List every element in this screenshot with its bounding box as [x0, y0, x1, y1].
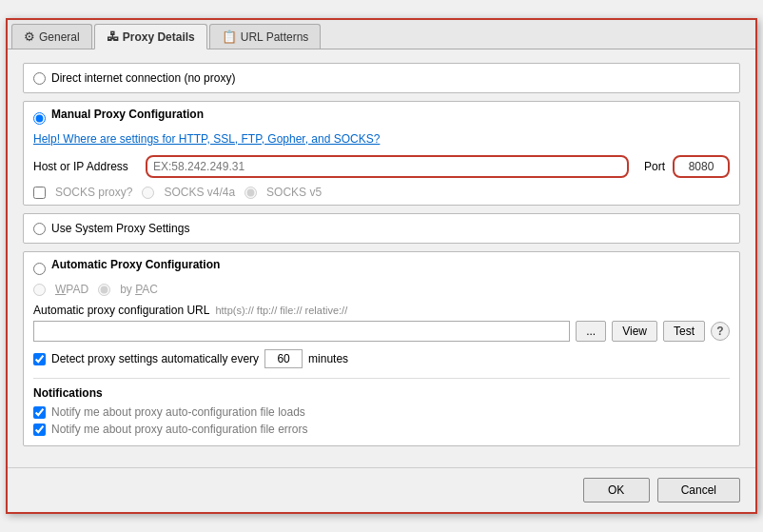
- socks-v4-label: SOCKS v4/4a: [164, 186, 235, 199]
- auto-radio[interactable]: [33, 263, 46, 275]
- notify2-checkbox[interactable]: [33, 424, 46, 436]
- test-button[interactable]: Test: [663, 321, 705, 342]
- system-section: Use System Proxy Settings: [23, 213, 740, 244]
- socks-v5-label: SOCKS v5: [266, 186, 322, 199]
- auto-radio-row: Automatic Proxy Configuration: [33, 258, 730, 279]
- url-input-row: ... View Test ?: [33, 321, 730, 342]
- detect-row: Detect proxy settings automatically ever…: [33, 349, 730, 368]
- tab-proxy-details-label: Proxy Details: [123, 30, 195, 44]
- host-port-row: Host or IP Address Port: [33, 155, 730, 178]
- socks-label: SOCKS proxy?: [55, 186, 132, 199]
- footer: OK Cancel: [8, 467, 755, 512]
- tab-general-label: General: [39, 30, 80, 44]
- url-tab-icon: 📋: [222, 30, 237, 44]
- notify2-label: Notify me about proxy auto-configuration…: [51, 423, 307, 436]
- help-link[interactable]: Help! Where are settings for HTTP, SSL, …: [33, 132, 380, 146]
- manual-radio[interactable]: [33, 112, 46, 125]
- notifications-section: Notifications Notify me about proxy auto…: [33, 378, 730, 436]
- socks-row: SOCKS proxy? SOCKS v4/4a SOCKS v5: [33, 186, 730, 199]
- by-wpad-label: WPAD: [55, 283, 88, 296]
- cancel-button[interactable]: Cancel: [657, 478, 740, 502]
- direct-section: Direct internet connection (no proxy): [23, 63, 740, 93]
- system-label: Use System Proxy Settings: [51, 222, 189, 235]
- tab-proxy-details[interactable]: 🖧 Proxy Details: [94, 24, 207, 49]
- url-hint: http(s):// ftp:// file:// relative://: [215, 305, 347, 316]
- port-input[interactable]: [673, 155, 730, 178]
- notifications-title: Notifications: [33, 386, 730, 400]
- tab-url-patterns-label: URL Patterns: [241, 30, 309, 44]
- socks-v4-radio[interactable]: [142, 187, 154, 199]
- by-wpad-radio[interactable]: [33, 284, 46, 296]
- detect-interval-input[interactable]: [264, 349, 303, 368]
- url-input[interactable]: [33, 321, 570, 342]
- direct-label: Direct internet connection (no proxy): [51, 71, 235, 85]
- url-label: Automatic proxy configuration URL: [33, 304, 209, 317]
- auto-title: Automatic Proxy Configuration: [51, 258, 220, 271]
- by-row: WPAD by PAC: [33, 283, 730, 296]
- notify1-checkbox[interactable]: [33, 406, 46, 419]
- auto-section: Automatic Proxy Configuration WPAD by PA…: [23, 251, 740, 446]
- notify2-row: Notify me about proxy auto-configuration…: [33, 423, 730, 436]
- help-button[interactable]: ?: [711, 322, 730, 341]
- tab-url-patterns[interactable]: 📋 URL Patterns: [209, 24, 322, 49]
- by-pac-label: by PAC: [120, 283, 158, 296]
- detect-checkbox[interactable]: [33, 353, 46, 365]
- tab-general[interactable]: ⚙ General: [11, 24, 92, 49]
- socks-checkbox[interactable]: [33, 187, 46, 199]
- view-button[interactable]: View: [612, 321, 657, 342]
- url-label-row: Automatic proxy configuration URL http(s…: [33, 304, 730, 317]
- socks-v5-radio[interactable]: [245, 187, 257, 199]
- manual-radio-row: Manual Proxy Configuration: [33, 108, 730, 128]
- by-pac-radio[interactable]: [98, 284, 110, 296]
- host-label: Host or IP Address: [33, 160, 138, 173]
- manual-title: Manual Proxy Configuration: [51, 108, 204, 121]
- port-label: Port: [644, 160, 665, 173]
- direct-radio[interactable]: [33, 72, 46, 85]
- dialog: ⚙ General 🖧 Proxy Details 📋 URL Patterns…: [6, 18, 757, 514]
- dots-button[interactable]: ...: [576, 321, 606, 342]
- manual-section: Manual Proxy Configuration Help! Where a…: [23, 101, 740, 206]
- proxy-tab-icon: 🖧: [107, 30, 119, 44]
- tab-bar: ⚙ General 🖧 Proxy Details 📋 URL Patterns: [8, 20, 755, 49]
- detect-label: Detect proxy settings automatically ever…: [51, 352, 259, 365]
- general-tab-icon: ⚙: [24, 30, 35, 44]
- detect-suffix: minutes: [308, 352, 348, 365]
- host-input[interactable]: [146, 155, 629, 178]
- notify1-label: Notify me about proxy auto-configuration…: [51, 405, 305, 419]
- ok-button[interactable]: OK: [583, 478, 650, 502]
- content-area: Direct internet connection (no proxy) Ma…: [8, 49, 755, 467]
- system-radio[interactable]: [33, 223, 46, 235]
- notify1-row: Notify me about proxy auto-configuration…: [33, 405, 730, 419]
